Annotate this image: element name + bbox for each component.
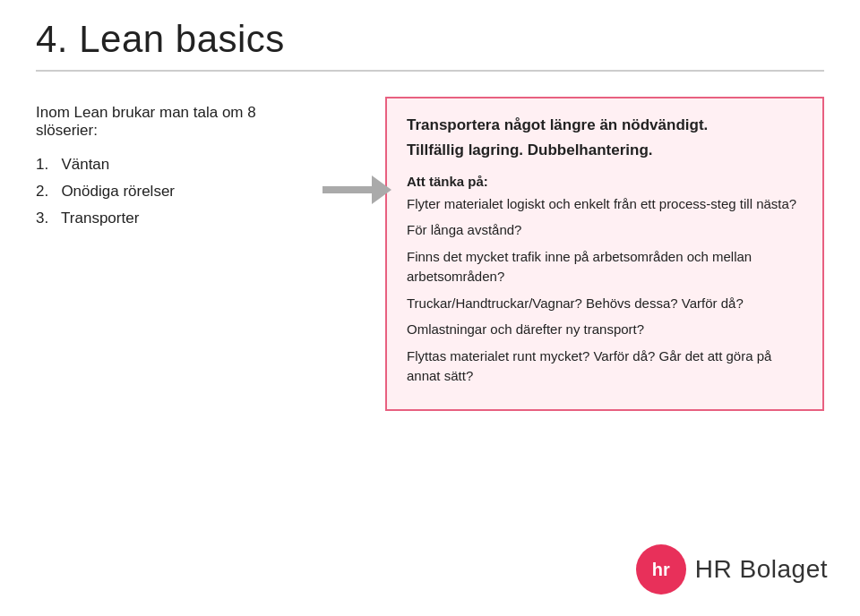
content-area: Inom Lean brukar man tala om 8 slöserier…: [36, 97, 824, 411]
list-number-1: 1.: [36, 156, 48, 173]
box-text-2: För långa avstånd?: [407, 220, 803, 240]
left-column: Inom Lean brukar man tala om 8 slöserier…: [36, 97, 314, 236]
page-title: 4. Lean basics: [36, 18, 824, 61]
box-heading2: Tillfällig lagring. Dubbelhantering.: [407, 140, 803, 161]
hr-circle-text: hr: [652, 560, 670, 580]
arrow-head: [372, 175, 391, 204]
list-number-3: 3.: [36, 210, 48, 227]
info-box: Transportera något längre än nödvändigt.…: [385, 97, 824, 411]
box-text-5: Omlastningar och därefter ny transport?: [407, 320, 803, 339]
logo-container: hr HR Bolaget: [636, 544, 828, 595]
box-text-6: Flyttas materialet runt mycket? Varför d…: [407, 346, 803, 386]
arrow-container: [314, 97, 385, 186]
hr-logo-circle: hr: [636, 544, 686, 595]
list-label-3: Transporter: [61, 210, 139, 227]
box-section-label: Att tänka på:: [407, 174, 803, 189]
list-label-2: Onödiga rörelser: [61, 183, 175, 200]
box-text-1: Flyter materialet logiskt och enkelt frå…: [407, 194, 803, 214]
page-container: 4. Lean basics Inom Lean brukar man tala…: [0, 0, 860, 616]
list-label-1: Väntan: [61, 156, 109, 173]
title-section: 4. Lean basics: [36, 18, 824, 72]
list-item-3: 3. Transporter: [36, 210, 314, 227]
box-text-3: Finns det mycket trafik inne på arbetsom…: [407, 247, 803, 287]
list-item-1: 1. Väntan: [36, 156, 314, 174]
company-name: HR Bolaget: [695, 555, 828, 584]
arrow-shaft: [322, 186, 372, 193]
box-heading1: Transportera något längre än nödvändigt.: [407, 115, 803, 136]
box-text-4: Truckar/Handtruckar/Vagnar? Behövs dessa…: [407, 294, 803, 313]
list-number-2: 2.: [36, 183, 48, 200]
intro-text: Inom Lean brukar man tala om 8 slöserier…: [36, 104, 314, 140]
list-item-2: 2. Onödiga rörelser: [36, 183, 314, 201]
